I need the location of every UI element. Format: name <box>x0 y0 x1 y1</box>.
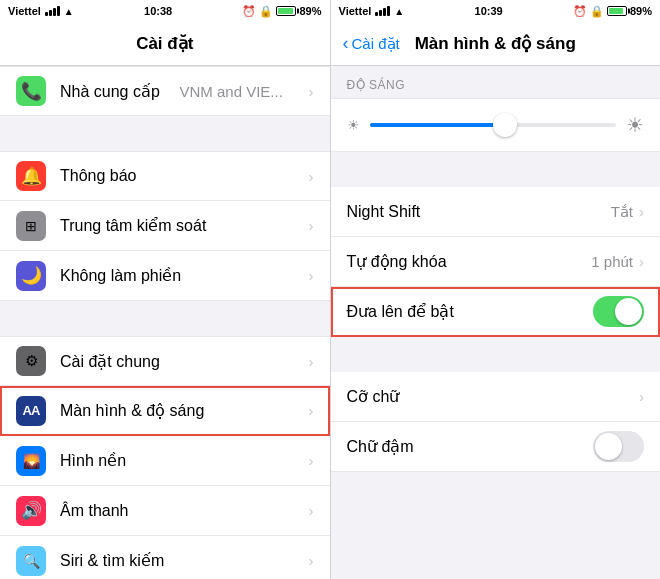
control-center-icon: ⊞ <box>16 211 46 241</box>
settings-item-notifications[interactable]: 🔔 Thông báo › <box>0 151 330 201</box>
display-chevron: › <box>309 402 314 419</box>
battery-pct-left: 89% <box>299 5 321 17</box>
nightshift-value: Tắt <box>611 203 633 221</box>
spacer-2 <box>331 337 661 372</box>
left-content: 📞 Nhà cung cấp VNM and VIE... › 🔔 Thông … <box>0 66 330 579</box>
signal-bars-left <box>45 6 60 16</box>
right-status-right: ⏰ 🔒 89% <box>573 5 652 18</box>
right-item-nightshift[interactable]: Night Shift Tắt › <box>331 187 661 237</box>
autolock-label: Tự động khóa <box>347 252 592 271</box>
left-status-right: ⏰ 🔒 89% <box>242 5 321 18</box>
brightness-thumb[interactable] <box>493 113 517 137</box>
lock-icon-left: 🔒 <box>259 5 273 18</box>
settings-item-sound[interactable]: 🔊 Âm thanh › <box>0 486 330 536</box>
carrier-right: Viettel <box>339 5 372 17</box>
alarm-icon-left: ⏰ <box>242 5 256 18</box>
sound-chevron: › <box>309 502 314 519</box>
siri-icon: 🔍 <box>16 546 46 576</box>
autolock-value: 1 phút <box>591 253 633 270</box>
right-item-autolock[interactable]: Tự động khóa 1 phút › <box>331 237 661 287</box>
brightness-fill <box>370 123 506 127</box>
siri-label: Siri & tìm kiếm <box>60 551 164 570</box>
settings-group-3: ⚙ Cài đặt chung › AA Màn hình & độ sáng … <box>0 336 330 579</box>
bold-text-toggle[interactable] <box>593 431 644 462</box>
wifi-icon-left: ▲ <box>64 6 74 17</box>
sun-large-icon: ☀ <box>626 113 644 137</box>
general-chevron: › <box>309 353 314 370</box>
settings-item-control-center[interactable]: ⊞ Trung tâm kiểm soát › <box>0 201 330 251</box>
sound-icon: 🔊 <box>16 496 46 526</box>
control-center-chevron: › <box>309 217 314 234</box>
dnd-icon: 🌙 <box>16 261 46 291</box>
carrier-value: VNM and VIE... <box>179 83 282 100</box>
brightness-slider[interactable] <box>370 123 617 127</box>
left-phone: Viettel ▲ 10:38 ⏰ 🔒 89% Cài đặt 📞 <box>0 0 330 579</box>
wallpaper-chevron: › <box>309 452 314 469</box>
sun-small-icon: ☀ <box>347 117 360 133</box>
right-status-bar: Viettel ▲ 10:39 ⏰ 🔒 89% <box>331 0 661 22</box>
settings-item-display[interactable]: AA Màn hình & độ sáng › <box>0 386 330 436</box>
sound-label: Âm thanh <box>60 502 128 520</box>
display-label: Màn hình & độ sáng <box>60 401 204 420</box>
display-item-text: Màn hình & độ sáng › <box>60 401 314 420</box>
font-size-label: Cỡ chữ <box>347 387 640 406</box>
wifi-icon-right: ▲ <box>394 6 404 17</box>
settings-item-dnd[interactable]: 🌙 Không làm phiền › <box>0 251 330 301</box>
right-nav-bar: ‹ Cài đặt Màn hình & độ sáng <box>331 22 661 66</box>
bold-toggle-knob <box>595 433 622 460</box>
right-item-bold-text[interactable]: Chữ đậm <box>331 422 661 472</box>
right-item-font-size[interactable]: Cỡ chữ › <box>331 372 661 422</box>
back-label: Cài đặt <box>352 35 400 53</box>
dnd-item-text: Không làm phiền › <box>60 266 314 285</box>
siri-chevron: › <box>309 552 314 569</box>
right-item-raise-to-wake[interactable]: Đưa lên để bật <box>331 287 661 337</box>
carrier-item-text: Nhà cung cấp VNM and VIE... › <box>60 82 314 101</box>
time-left: 10:38 <box>144 5 172 17</box>
settings-item-wallpaper[interactable]: 🌄 Hình nền › <box>0 436 330 486</box>
settings-item-general[interactable]: ⚙ Cài đặt chung › <box>0 336 330 386</box>
right-phone: Viettel ▲ 10:39 ⏰ 🔒 89% ‹ Cài đặt Màn hì… <box>331 0 661 579</box>
carrier-chevron: › <box>309 83 314 100</box>
right-page-title: Màn hình & độ sáng <box>415 33 576 54</box>
settings-item-carrier[interactable]: 📞 Nhà cung cấp VNM and VIE... › <box>0 66 330 116</box>
brightness-section-header: ĐỘ SÁNG <box>331 66 661 98</box>
left-status-bar: Viettel ▲ 10:38 ⏰ 🔒 89% <box>0 0 330 22</box>
sound-item-text: Âm thanh › <box>60 502 314 520</box>
time-right: 10:39 <box>475 5 503 17</box>
spacer-1 <box>331 152 661 187</box>
settings-group-1: 📞 Nhà cung cấp VNM and VIE... › <box>0 66 330 116</box>
left-status-left: Viettel ▲ <box>8 5 74 17</box>
battery-pct-right: 89% <box>630 5 652 17</box>
right-content: ĐỘ SÁNG ☀ ☀ Night Shift Tắt › Tự động kh… <box>331 66 661 579</box>
left-nav-bar: Cài đặt <box>0 22 330 66</box>
notifications-label: Thông báo <box>60 167 137 185</box>
control-center-text: Trung tâm kiểm soát › <box>60 216 314 235</box>
general-item-text: Cài đặt chung › <box>60 352 314 371</box>
display-icon: AA <box>16 396 46 426</box>
battery-left <box>276 6 296 16</box>
settings-item-siri[interactable]: 🔍 Siri & tìm kiếm › <box>0 536 330 579</box>
notifications-icon: 🔔 <box>16 161 46 191</box>
general-icon: ⚙ <box>16 346 46 376</box>
siri-item-text: Siri & tìm kiếm › <box>60 551 314 570</box>
right-status-left: Viettel ▲ <box>339 5 405 17</box>
notifications-item-text: Thông báo › <box>60 167 314 185</box>
signal-bars-right <box>375 6 390 16</box>
nightshift-label: Night Shift <box>347 203 611 221</box>
dnd-chevron: › <box>309 267 314 284</box>
general-label: Cài đặt chung <box>60 352 160 371</box>
raise-to-wake-toggle[interactable] <box>593 296 644 327</box>
autolock-chevron: › <box>639 253 644 270</box>
font-size-chevron: › <box>639 388 644 405</box>
toggle-knob <box>615 298 642 325</box>
left-page-title: Cài đặt <box>136 33 193 54</box>
dnd-label: Không làm phiền <box>60 266 181 285</box>
back-button[interactable]: ‹ Cài đặt <box>343 33 400 54</box>
brightness-slider-container: ☀ ☀ <box>331 98 661 152</box>
lock-icon-right: 🔒 <box>590 5 604 18</box>
back-chevron-icon: ‹ <box>343 33 349 54</box>
notifications-chevron: › <box>309 168 314 185</box>
control-center-label: Trung tâm kiểm soát <box>60 216 206 235</box>
bold-text-label: Chữ đậm <box>347 437 594 456</box>
nightshift-chevron: › <box>639 203 644 220</box>
